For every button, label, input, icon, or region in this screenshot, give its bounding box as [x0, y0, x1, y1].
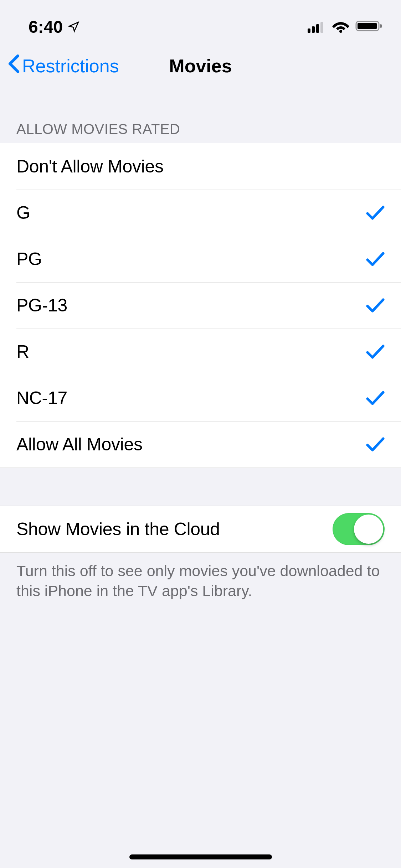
checkmark-icon — [366, 251, 385, 267]
checkmark-icon — [366, 298, 385, 313]
cellular-signal-icon — [308, 17, 326, 37]
rating-row[interactable]: PG-13 — [0, 282, 401, 329]
spacer — [0, 468, 401, 506]
svg-rect-2 — [316, 24, 319, 33]
home-indicator[interactable] — [129, 854, 272, 859]
rating-row[interactable]: Don't Allow Movies — [0, 143, 401, 190]
rating-row[interactable]: Allow All Movies — [0, 421, 401, 467]
checkmark-icon — [366, 436, 385, 452]
rating-label: PG — [16, 249, 42, 269]
status-bar: 6:40 — [0, 0, 401, 43]
rating-row[interactable]: PG — [0, 236, 401, 282]
back-button[interactable]: Restrictions — [7, 54, 119, 78]
cloud-list: Show Movies in the Cloud — [0, 506, 401, 553]
svg-rect-0 — [308, 29, 310, 33]
rating-row[interactable]: R — [0, 329, 401, 375]
back-label: Restrictions — [22, 55, 119, 77]
nav-bar: Restrictions Movies — [0, 43, 401, 89]
status-left: 6:40 — [29, 17, 80, 37]
cloud-row[interactable]: Show Movies in the Cloud — [0, 506, 401, 552]
checkmark-icon — [366, 205, 385, 221]
checkmark-icon — [366, 390, 385, 406]
status-time: 6:40 — [29, 17, 63, 37]
cloud-footer: Turn this off to see only movies you've … — [0, 553, 401, 610]
wifi-icon — [332, 17, 350, 37]
checkmark-icon — [366, 344, 385, 360]
cloud-toggle[interactable] — [333, 513, 385, 545]
svg-rect-1 — [312, 26, 315, 33]
svg-rect-7 — [380, 24, 382, 28]
location-icon — [68, 17, 80, 37]
rating-label: G — [16, 202, 30, 223]
switch-thumb — [354, 515, 383, 544]
section-header: Allow Movies Rated — [0, 89, 401, 143]
rating-label: Don't Allow Movies — [16, 156, 164, 177]
chevron-left-icon — [7, 54, 20, 78]
cloud-label: Show Movies in the Cloud — [16, 519, 220, 539]
rating-row[interactable]: NC-17 — [0, 375, 401, 421]
ratings-list: Don't Allow Movies G PG PG-13 R NC-17 — [0, 143, 401, 468]
rating-label: NC-17 — [16, 388, 67, 408]
rating-row[interactable]: G — [0, 190, 401, 236]
svg-rect-3 — [320, 22, 323, 33]
svg-rect-6 — [358, 23, 377, 29]
rating-label: Allow All Movies — [16, 434, 143, 455]
svg-point-4 — [339, 30, 342, 33]
rating-label: R — [16, 341, 29, 362]
status-right — [308, 17, 383, 37]
rating-label: PG-13 — [16, 295, 67, 316]
battery-icon — [355, 17, 383, 37]
